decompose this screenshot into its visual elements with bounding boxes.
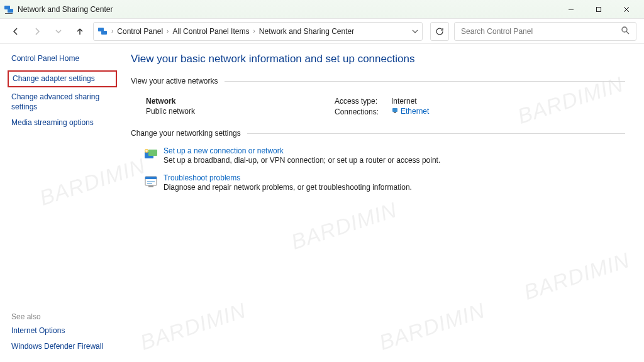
section-active-networks: View your active networks bbox=[131, 77, 625, 85]
breadcrumb-item[interactable]: Network and Sharing Center bbox=[257, 27, 357, 36]
svg-rect-12 bbox=[394, 112, 396, 113]
option-title: Set up a new connection or network bbox=[164, 146, 440, 155]
chevron-right-icon: › bbox=[252, 28, 256, 35]
setup-connection-icon bbox=[142, 146, 160, 164]
chevron-down-icon[interactable] bbox=[412, 26, 418, 37]
option-desc: Diagnose and repair network problems, or… bbox=[164, 183, 412, 192]
search-box[interactable] bbox=[454, 22, 636, 41]
see-also-label: See also bbox=[11, 312, 117, 321]
sidebar-link-change-advanced[interactable]: Change advanced sharing settings bbox=[11, 92, 117, 112]
title-bar: Network and Sharing Center bbox=[0, 0, 644, 19]
svg-rect-11 bbox=[392, 108, 397, 112]
connections-value: Ethernet bbox=[401, 107, 429, 116]
nav-back-button[interactable] bbox=[8, 23, 24, 40]
connections-link[interactable]: Ethernet bbox=[391, 107, 429, 116]
chevron-right-icon: › bbox=[110, 28, 114, 35]
svg-rect-17 bbox=[145, 177, 157, 179]
sidebar-link-internet-options[interactable]: Internet Options bbox=[11, 326, 117, 336]
ethernet-icon bbox=[391, 107, 399, 116]
active-network-block: Network Public network Access type: Inte… bbox=[131, 92, 625, 129]
breadcrumb-item[interactable]: All Control Panel Items bbox=[170, 27, 252, 36]
page-title: View your basic network information and … bbox=[131, 53, 625, 65]
window-controls bbox=[557, 1, 640, 18]
connections-label: Connections: bbox=[335, 107, 391, 116]
svg-line-10 bbox=[626, 31, 629, 34]
address-bar[interactable]: › Control Panel › All Control Panel Item… bbox=[93, 22, 423, 41]
section-label: View your active networks bbox=[131, 77, 218, 85]
network-type: Public network bbox=[146, 107, 335, 116]
option-setup-connection[interactable]: Set up a new connection or network Set u… bbox=[131, 144, 625, 171]
svg-rect-1 bbox=[8, 9, 13, 13]
section-change-settings: Change your networking settings bbox=[131, 129, 625, 138]
content-pane: View your basic network information and … bbox=[126, 44, 644, 362]
app-icon bbox=[4, 4, 14, 14]
svg-point-9 bbox=[622, 27, 627, 32]
sidebar: Control Panel Home Change adapter settin… bbox=[0, 44, 126, 362]
address-bar-icon bbox=[97, 26, 108, 36]
access-type-value: Internet bbox=[391, 97, 429, 106]
divider bbox=[247, 133, 625, 134]
breadcrumb-item[interactable]: Control Panel bbox=[114, 27, 165, 36]
chevron-right-icon: › bbox=[165, 28, 170, 35]
divider bbox=[225, 81, 625, 82]
sidebar-link-media-streaming[interactable]: Media streaming options bbox=[11, 118, 117, 128]
network-name: Network bbox=[146, 97, 335, 106]
access-type-label: Access type: bbox=[335, 97, 391, 106]
svg-rect-8 bbox=[101, 31, 107, 35]
svg-rect-18 bbox=[148, 185, 153, 187]
window-title: Network and Sharing Center bbox=[18, 5, 557, 14]
svg-rect-2 bbox=[5, 13, 13, 14]
nav-forward-button[interactable] bbox=[29, 23, 45, 40]
search-input[interactable] bbox=[461, 27, 621, 36]
option-troubleshoot[interactable]: Troubleshoot problems Diagnose and repai… bbox=[131, 171, 625, 198]
option-desc: Set up a broadband, dial-up, or VPN conn… bbox=[164, 156, 440, 165]
nav-recent-button[interactable] bbox=[50, 23, 67, 40]
svg-rect-14 bbox=[148, 150, 157, 156]
sidebar-link-defender-firewall[interactable]: Windows Defender Firewall bbox=[11, 342, 117, 352]
close-button[interactable] bbox=[613, 1, 640, 18]
sidebar-link-change-adapter[interactable]: Change adapter settings bbox=[8, 70, 117, 88]
option-title: Troubleshoot problems bbox=[164, 173, 412, 182]
minimize-button[interactable] bbox=[557, 1, 585, 18]
svg-rect-4 bbox=[597, 7, 601, 11]
sidebar-link-home[interactable]: Control Panel Home bbox=[11, 54, 117, 64]
maximize-button[interactable] bbox=[585, 1, 613, 18]
troubleshoot-icon bbox=[142, 173, 160, 191]
section-label: Change your networking settings bbox=[131, 129, 241, 138]
refresh-button[interactable] bbox=[430, 22, 449, 41]
nav-up-button[interactable] bbox=[72, 23, 88, 40]
nav-bar: › Control Panel › All Control Panel Item… bbox=[0, 19, 644, 44]
search-icon bbox=[621, 26, 630, 37]
